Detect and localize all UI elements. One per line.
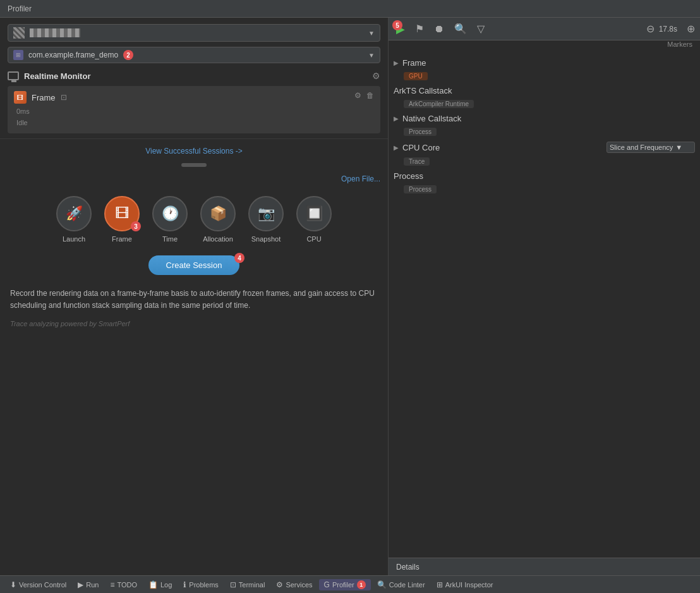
- create-session-button[interactable]: Create Session: [148, 255, 240, 275]
- track-cpu-core: ▶ CPU Core Slice and Frequency ▼ Trace: [389, 139, 700, 168]
- profiler-circle-snapshot: 📷: [248, 196, 284, 231]
- process-track-title: Process: [394, 171, 423, 181]
- realtime-header: Realtime Monitor ⚙: [8, 71, 380, 81]
- track-arkts-header[interactable]: ArkTS Callstack: [389, 83, 700, 98]
- filter-icon[interactable]: ▽: [474, 21, 487, 36]
- status-run[interactable]: ▶ Run: [73, 579, 104, 590]
- track-native: ▶ Native Callstack Process: [389, 111, 700, 138]
- log-icon: 📋: [148, 580, 158, 589]
- frame-label: Frame: [32, 93, 56, 102]
- resize-handle[interactable]: [181, 163, 207, 167]
- search-icon[interactable]: 🔍: [452, 21, 469, 36]
- frame-time: 0ms: [16, 106, 67, 118]
- run-label: Run: [86, 581, 99, 589]
- profiler-circle-time: 🕐: [152, 196, 188, 231]
- sessions-link[interactable]: View Successful Sessions ->: [0, 139, 388, 163]
- frame-card: 🎞 Frame ⊡ 0ms Idle ⚙ 🗑: [8, 86, 380, 133]
- profiler-item-launch[interactable]: 🚀 Launch: [56, 196, 92, 243]
- frame-card-right: ⚙ 🗑: [354, 91, 374, 100]
- track-arkts: ArkTS Callstack ArkCompiler Runtime: [389, 83, 700, 110]
- problems-icon: ℹ: [183, 580, 186, 589]
- monitor-icon: [8, 71, 19, 80]
- profiler-label-time: Time: [162, 235, 178, 243]
- plus-icon[interactable]: ⊕: [687, 23, 695, 35]
- toolbar-badge-5: 5: [392, 20, 402, 30]
- profiler-status-label: Profiler: [332, 581, 354, 589]
- native-expand-arrow: ▶: [394, 115, 399, 122]
- create-session-row: Create Session 4: [0, 248, 388, 283]
- frame-stats: 0ms Idle: [14, 106, 67, 128]
- app-dropdown-arrow: ▼: [368, 52, 375, 59]
- cpu-core-dropdown-arrow: ▼: [675, 144, 682, 151]
- status-arkui-inspector[interactable]: ⊞ ArkUI Inspector: [431, 579, 498, 590]
- version-control-label: Version Control: [19, 581, 66, 589]
- frame-icon: 🎞: [14, 91, 27, 104]
- app-icon: ⊞: [13, 50, 23, 60]
- profiler-circle-allocation: 📦: [200, 196, 236, 231]
- device-name: [30, 28, 80, 37]
- left-panel: ▼ ⊞ com.example.frame_demo 2 ▼ Realtime …: [0, 18, 389, 575]
- status-code-linter[interactable]: 🔍 Code Linter: [372, 579, 430, 590]
- record-icon[interactable]: ⏺: [431, 22, 447, 36]
- realtime-settings-icon[interactable]: ⚙: [372, 71, 380, 81]
- arkcompiler-chip: ArkCompiler Runtime: [404, 100, 474, 108]
- frame-expand-arrow: ▶: [394, 59, 399, 66]
- frame-screen-icon: ⊡: [61, 93, 67, 102]
- native-track-title: Native Callstack: [402, 114, 461, 123]
- open-file-link[interactable]: Open File...: [0, 169, 388, 186]
- realtime-header-left: Realtime Monitor: [8, 71, 90, 81]
- profiler-icons-row: 🚀 Launch 🎞 Frame 3 🕐 Time 📦 Allocation 📷…: [0, 186, 388, 248]
- status-todo[interactable]: ≡ TODO: [105, 579, 142, 590]
- arkui-inspector-label: ArkUI Inspector: [445, 581, 493, 589]
- flag-icon[interactable]: ⚑: [413, 21, 426, 36]
- right-panel: 5 ▶ ⚑ ⏺ 🔍 ▽ ⊖ 17.8s ⊕ Markers ▶ Frame GP…: [389, 18, 700, 575]
- profiler-item-allocation[interactable]: 📦 Allocation: [200, 196, 236, 243]
- frame-track-title: Frame: [402, 58, 426, 68]
- arkts-track-title: ArkTS Callstack: [394, 86, 452, 95]
- status-profiler[interactable]: G Profiler 1: [319, 579, 371, 590]
- device-dropdown[interactable]: ▼: [8, 24, 380, 42]
- details-label: Details: [396, 563, 419, 572]
- profiler-label-allocation: Allocation: [203, 235, 233, 243]
- main-layout: ▼ ⊞ com.example.frame_demo 2 ▼ Realtime …: [0, 18, 700, 575]
- frame-header-row: 🎞 Frame ⊡: [14, 91, 67, 104]
- code-linter-icon: 🔍: [377, 580, 387, 589]
- profiler-item-time[interactable]: 🕐 Time: [152, 196, 188, 243]
- details-bar: Details: [389, 558, 700, 575]
- status-bar: ⬇ Version Control ▶ Run ≡ TODO 📋 Log ℹ P…: [0, 575, 700, 593]
- profiler-item-snapshot[interactable]: 📷 Snapshot: [248, 196, 284, 243]
- right-toolbar: 5 ▶ ⚑ ⏺ 🔍 ▽ ⊖ 17.8s ⊕: [389, 18, 700, 40]
- track-native-header[interactable]: ▶ Native Callstack: [389, 111, 700, 126]
- frame-settings-icon[interactable]: ⚙: [354, 91, 361, 100]
- cpu-core-dropdown[interactable]: Slice and Frequency ▼: [606, 142, 695, 153]
- profiler-label-snapshot: Snapshot: [251, 235, 281, 243]
- profiler-item-cpu[interactable]: 🔲 CPU: [296, 196, 332, 243]
- track-process-header[interactable]: Process: [389, 169, 700, 183]
- profiler-status-badge: 1: [357, 580, 366, 589]
- frame-state: Idle: [16, 118, 67, 129]
- track-process: Process Process: [389, 169, 700, 195]
- right-track-content: ▶ Frame GPU ArkTS Callstack ArkCompiler …: [389, 51, 700, 558]
- title-bar: Profiler: [0, 0, 700, 18]
- status-version-control[interactable]: ⬇ Version Control: [5, 579, 71, 590]
- cpu-core-trace-chip: Trace: [404, 157, 430, 166]
- minus-icon[interactable]: ⊖: [644, 21, 657, 36]
- terminal-label: Terminal: [239, 581, 265, 589]
- native-process-chip: Process: [404, 128, 437, 136]
- app-dropdown[interactable]: ⊞ com.example.frame_demo 2 ▼: [8, 47, 380, 63]
- profiler-item-frame[interactable]: 🎞 Frame 3: [104, 196, 140, 243]
- status-terminal[interactable]: ⊡ Terminal: [225, 579, 270, 590]
- todo-label: TODO: [117, 581, 137, 589]
- frame-delete-icon[interactable]: 🗑: [366, 91, 374, 100]
- problems-label: Problems: [189, 581, 218, 589]
- app-name: com.example.frame_demo: [28, 51, 118, 59]
- cpu-core-row: ▶ CPU Core Slice and Frequency ▼: [389, 139, 700, 156]
- toolbar-time: 17.8s: [659, 25, 677, 34]
- status-log[interactable]: 📋 Log: [143, 579, 177, 590]
- status-problems[interactable]: ℹ Problems: [178, 579, 223, 590]
- app-badge: 2: [123, 50, 133, 60]
- code-linter-label: Code Linter: [389, 581, 425, 589]
- track-frame-header[interactable]: ▶ Frame: [389, 56, 700, 70]
- status-services[interactable]: ⚙ Services: [271, 579, 317, 590]
- process-sub-track: Process: [389, 183, 700, 195]
